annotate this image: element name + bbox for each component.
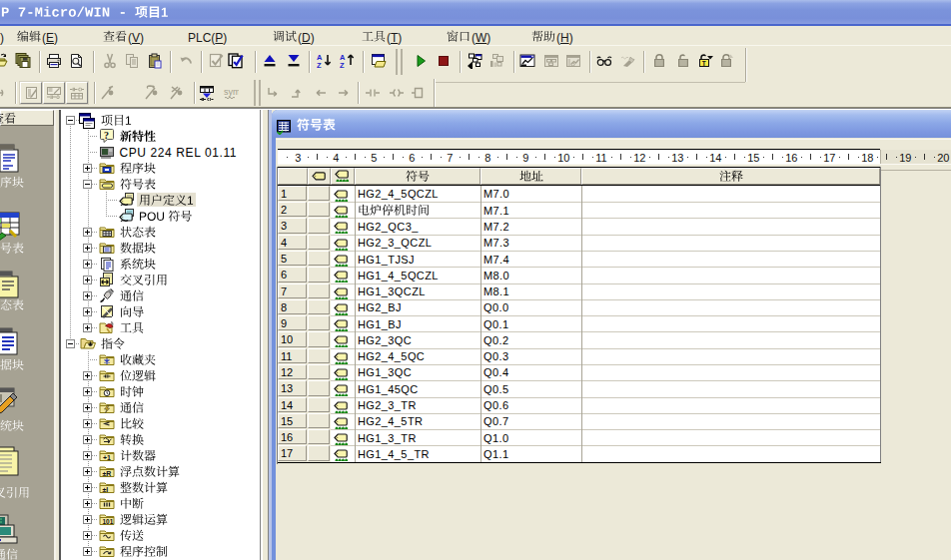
svg-text:T: T xyxy=(701,60,705,67)
svg-text:101: 101 xyxy=(103,518,114,525)
svg-text:Z: Z xyxy=(340,61,345,69)
svg-text:±I: ±I xyxy=(103,486,109,493)
svg-text:sym: sym xyxy=(224,87,239,97)
svg-text:±R: ±R xyxy=(103,470,112,477)
svg-text:?: ? xyxy=(104,130,109,141)
svg-text:+1: +1 xyxy=(103,454,111,461)
svg-text:Z: Z xyxy=(317,61,322,69)
